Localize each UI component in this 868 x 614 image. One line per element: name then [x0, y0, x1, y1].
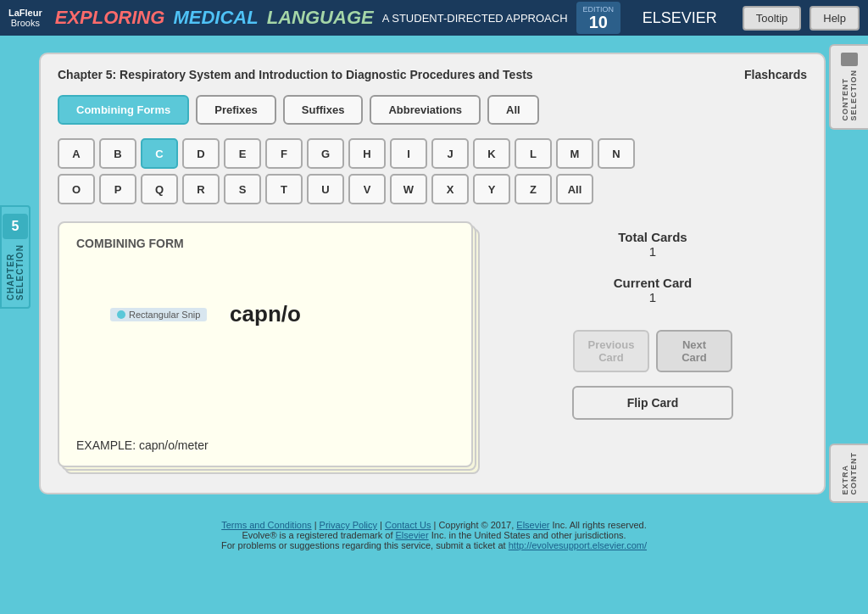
right-tabs: CONTENT SELECTION EXTRA CONTENT [829, 36, 868, 511]
letter-btn-C[interactable]: C [141, 138, 178, 169]
footer-line-3: For problems or suggestions regarding th… [8, 540, 860, 550]
cat-btn-abbreviations[interactable]: Abbreviations [370, 95, 481, 125]
letter-btn-U[interactable]: U [307, 174, 344, 204]
letter-btn-E[interactable]: E [224, 138, 261, 169]
flashcard-stack: COMBINING FORM Rectangular Snip capn/o E… [58, 221, 473, 476]
footer-line-2: Evolve® is a registered trademark of Els… [8, 530, 860, 540]
chapter-header: Chapter 5: Respiratory System and Introd… [58, 68, 807, 81]
logo: LaFleur Brooks [8, 8, 42, 28]
flashcards-label: Flashcards [744, 68, 807, 81]
content-selection-label: CONTENT SELECTION [841, 70, 858, 121]
contact-link[interactable]: Contact Us [385, 520, 431, 530]
flashcard-main[interactable]: COMBINING FORM Rectangular Snip capn/o E… [58, 221, 473, 467]
letter-btn-W[interactable]: W [390, 174, 427, 204]
letter-btn-X[interactable]: X [431, 174, 469, 204]
letter-btn-T[interactable]: T [265, 174, 303, 204]
cat-btn-all[interactable]: All [487, 95, 539, 125]
cat-btn-combining-forms[interactable]: Combining Forms [58, 95, 189, 125]
total-cards-value: 1 [618, 244, 687, 259]
next-card-button[interactable]: Next Card [656, 330, 732, 372]
body-area: 5 CHAPTER SELECTION Chapter 5: Respirato… [0, 36, 868, 511]
lafleur-text: LaFleur [8, 8, 42, 18]
letter-btn-J[interactable]: J [431, 138, 469, 169]
brooks-text: Brooks [11, 18, 40, 28]
card-type-label: COMBINING FORM [76, 237, 454, 250]
letter-btn-B[interactable]: B [99, 138, 136, 169]
letter-btn-D[interactable]: D [182, 138, 220, 169]
total-cards-label: Total Cards [618, 230, 687, 244]
letter-btn-P[interactable]: P [99, 174, 136, 204]
previous-card-button[interactable]: Previous Card [573, 330, 649, 372]
letter-btn-M[interactable]: M [556, 138, 593, 169]
cat-btn-prefixes[interactable]: Prefixes [196, 95, 276, 125]
footer-copyright: | Copyright © 2017, [434, 520, 517, 530]
title-medical: MEDICAL [173, 7, 258, 29]
extra-content-label: EXTRA CONTENT [841, 452, 858, 495]
extra-content-tab[interactable]: EXTRA CONTENT [829, 444, 868, 504]
cat-btn-suffixes[interactable]: Suffixes [283, 95, 364, 125]
title-exploring: EXPLORING [55, 7, 165, 29]
letter-btn-O[interactable]: O [58, 174, 95, 204]
card-area: COMBINING FORM Rectangular Snip capn/o E… [58, 221, 807, 476]
app-wrapper: LaFleur Brooks EXPLORING MEDICAL LANGUAG… [0, 0, 868, 559]
title-subtitle: A STUDENT-DIRECTED APPROACH [382, 12, 568, 25]
letter-btn-Y[interactable]: Y [473, 174, 510, 204]
main-content-panel: Chapter 5: Respiratory System and Introd… [39, 53, 826, 494]
letter-btn-All[interactable]: All [556, 174, 593, 204]
letter-btn-S[interactable]: S [224, 174, 261, 204]
letter-btn-H[interactable]: H [348, 138, 386, 169]
title-language: LANGUAGE [267, 7, 374, 29]
terms-link[interactable]: Terms and Conditions [221, 520, 311, 530]
letter-btn-F[interactable]: F [265, 138, 303, 169]
main-area: Chapter 5: Respiratory System and Introd… [0, 36, 868, 511]
letter-row-1: A B C D E F G H I J K L M N [58, 138, 807, 169]
letter-btn-Z[interactable]: Z [515, 174, 552, 204]
footer-line-1: Terms and Conditions | Privacy Policy | … [8, 520, 860, 530]
letter-btn-G[interactable]: G [307, 138, 344, 169]
letter-btn-I[interactable]: I [390, 138, 427, 169]
current-card-block: Current Card 1 [614, 276, 693, 304]
current-card-value: 1 [614, 290, 693, 304]
letter-btn-N[interactable]: N [598, 138, 635, 169]
letter-btn-Q[interactable]: Q [141, 174, 178, 204]
snip-indicator: Rectangular Snip [110, 308, 207, 321]
footer: Terms and Conditions | Privacy Policy | … [0, 511, 868, 559]
current-card-label: Current Card [614, 276, 693, 290]
elsevier-link-2[interactable]: Elsevier [396, 530, 429, 540]
card-controls: Total Cards 1 Current Card 1 Previous Ca… [498, 221, 807, 420]
nav-buttons: Previous Card Next Card [573, 330, 732, 372]
support-link[interactable]: http://evolvesupport.elsevier.com/ [509, 540, 647, 550]
footer-rights: Inc. All rights reserved. [553, 520, 647, 530]
chapter-title: Chapter 5: Respiratory System and Introd… [58, 68, 533, 81]
flip-card-button[interactable]: Flip Card [572, 386, 733, 420]
total-cards-block: Total Cards 1 [618, 230, 687, 259]
edition-number: 10 [583, 14, 615, 31]
letter-grid: A B C D E F G H I J K L M N [58, 138, 807, 204]
elsevier-link[interactable]: Elsevier [516, 520, 549, 530]
category-buttons: Combining Forms Prefixes Suffixes Abbrev… [58, 95, 807, 125]
elsevier-logo: ELSEVIER [639, 9, 734, 27]
card-example: EXAMPLE: capn/o/meter [76, 438, 209, 452]
edition-badge: EDITION 10 [576, 2, 621, 34]
letter-btn-K[interactable]: K [473, 138, 510, 169]
letter-btn-L[interactable]: L [515, 138, 552, 169]
letter-btn-V[interactable]: V [348, 174, 386, 204]
help-button[interactable]: Help [810, 6, 860, 31]
app-title: EXPLORING MEDICAL LANGUAGE A STUDENT-DIR… [55, 2, 734, 34]
letter-btn-R[interactable]: R [182, 174, 220, 204]
privacy-link[interactable]: Privacy Policy [320, 520, 377, 530]
tooltip-button[interactable]: Tooltip [743, 6, 802, 31]
header: LaFleur Brooks EXPLORING MEDICAL LANGUAG… [0, 0, 868, 36]
letter-row-2: O P Q R S T U V W X Y Z All [58, 174, 807, 204]
content-selection-tab[interactable]: CONTENT SELECTION [829, 44, 868, 130]
content-selection-icon [841, 53, 858, 66]
letter-btn-A[interactable]: A [58, 138, 95, 169]
